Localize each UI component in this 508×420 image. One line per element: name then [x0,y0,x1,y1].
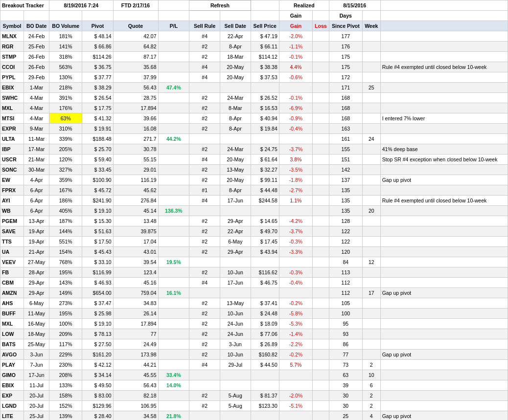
cell-1: 27-May [24,257,49,267]
cell-6 [189,257,220,267]
cell-7: 10-Jun [220,267,251,278]
cell-10 [312,247,329,257]
cell-6: #2 [189,165,220,175]
cell-3: $ 33.10 [82,257,113,267]
cell-13 [380,298,508,309]
cell-5 [158,72,189,83]
cell-13 [380,124,508,134]
cell-12 [362,339,380,350]
cell-11: 112 [329,278,362,288]
cell-8: $116.62 [251,267,279,278]
cell-3: $188.48 [82,134,113,144]
cell-6: #2 [189,216,220,226]
cell-11: 172 [329,72,362,83]
cell-4: 34.58 [113,411,158,420]
cell-12 [362,62,380,72]
cell-0: AMZN [0,288,24,298]
table-row: SWHC4-Mar391%$ 26.5428.75#224-Mar$ 26.52… [0,93,508,103]
cell-9: 1.1% [279,196,312,206]
cell-7: 17-Jun [220,196,251,206]
cell-2: 130% [49,72,82,83]
app-title: Breakout Tracker [0,0,49,11]
table-row: LITE25-Jul139%$ 28.4034.5821.8%254Gap up… [0,411,508,420]
realized-label: Realized [279,0,329,11]
cell-11: 175 [329,62,362,72]
cell-6 [189,370,220,380]
cell-7: 20-May [220,155,251,165]
cell-2: 310% [49,124,82,134]
cell-12 [362,155,380,165]
cell-6: #2 [189,401,220,411]
cell-13: Gap up pivot [380,175,508,185]
cell-5 [158,350,189,360]
cell-4: 77 [113,329,158,339]
cell-10 [312,62,329,72]
table-row: FPRX6-Apr167%$ 45.7245.62#18-Apr$ 44.48-… [0,185,508,196]
cell-12 [362,267,380,278]
col-header-row: Symbol BO Date BO Volume Pivot Quote P/L… [0,21,508,31]
cell-4: 64.82 [113,42,158,52]
col-gain: Gain [279,21,312,31]
cell-11: 63 [329,370,362,380]
cell-12 [362,278,380,288]
header-row-1: Breakout Tracker 8/19/2016 7:24 FTD 2/17… [0,0,508,11]
cell-1: 4-Mar [24,103,49,113]
cell-2: 563% [49,62,82,72]
cell-4: 276.84 [113,196,158,206]
cell-1: 4-Mar [24,113,49,124]
cell-10 [312,401,329,411]
cell-12: 10 [362,370,380,380]
cell-9: -6.9% [279,103,312,113]
cell-0: SONC [0,165,24,175]
cell-6: #2 [189,329,220,339]
cell-7: 5-Aug [220,401,251,411]
cell-8: $ 32.27 [251,165,279,175]
cell-2: 205% [49,144,82,155]
table-row: UA21-Apr154%$ 45.4343.01#229-Apr$ 43.94-… [0,247,508,257]
cell-8 [251,83,279,93]
cell-0: LGND [0,401,24,411]
cell-0: MXL [0,319,24,329]
refresh-button[interactable]: Refresh [189,0,251,11]
table-row: AHS6-May273%$ 37.4734.83#213-May$ 37.41-… [0,298,508,309]
cell-9: -0.3% [279,237,312,247]
cell-6: #2 [189,339,220,350]
table-row: FB28-Apr195%$116.99123.4#210-Jun$116.62-… [0,267,508,278]
cell-6 [189,288,220,298]
cell-11: 168 [329,103,362,113]
days-label: Days [329,11,362,21]
cell-13: Gap up pivot [380,288,508,298]
cell-6 [189,411,220,420]
cell-11: 163 [329,124,362,134]
cell-1: 3-Jun [24,350,49,360]
cell-10 [312,391,329,401]
cell-1: 1-Mar [24,83,49,93]
cell-7 [220,411,251,420]
cell-13 [380,309,508,319]
cell-4: 13.48 [113,216,158,226]
cell-9: -1.8% [279,175,312,185]
cell-11: 112 [329,288,362,298]
cell-5 [158,175,189,185]
cell-13 [380,370,508,380]
col-symbol: Symbol [0,21,24,31]
col-sell-price: Sell Price [251,21,279,31]
cell-10 [312,288,329,298]
cell-1: 11-Jul [24,380,49,391]
cell-7: 20-May [220,175,251,185]
cell-10 [312,83,329,93]
cell-6: #2 [189,103,220,113]
cell-2: 149% [49,288,82,298]
cell-11: 135 [329,185,362,196]
cell-5: 19.5% [158,257,189,267]
table-row: MXL4-Mar176%$ 17.7517.894#28-Mar$ 16.53-… [0,103,508,113]
cell-6: #2 [189,267,220,278]
cell-6: #2 [189,237,220,247]
cell-0: BUFF [0,309,24,319]
cell-9: -2.0% [279,391,312,401]
cell-13 [380,360,508,370]
cell-13 [380,278,508,288]
cell-13: 41% deep base [380,144,508,155]
cell-10 [312,339,329,350]
cell-0: AHS [0,298,24,309]
